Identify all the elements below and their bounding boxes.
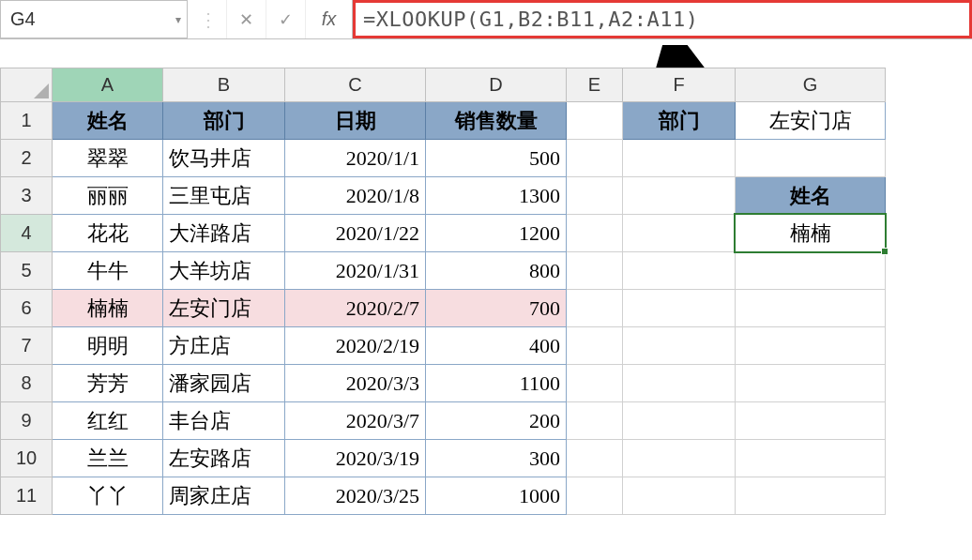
cell[interactable] xyxy=(736,477,886,515)
cell[interactable]: 周家庄店 xyxy=(163,477,285,515)
cell[interactable]: 2020/2/19 xyxy=(285,327,426,365)
cell[interactable] xyxy=(736,252,886,290)
cell[interactable]: 2020/3/19 xyxy=(285,440,426,477)
cell[interactable]: 2020/1/1 xyxy=(285,140,426,177)
cell[interactable]: 大洋路店 xyxy=(163,215,285,252)
row-header[interactable]: 9 xyxy=(1,402,53,440)
cell[interactable] xyxy=(623,252,736,290)
fx-icon[interactable]: fx xyxy=(306,0,353,38)
cell[interactable] xyxy=(623,365,736,402)
cell[interactable]: 兰兰 xyxy=(53,440,163,477)
cell[interactable]: 丫丫 xyxy=(53,477,163,515)
row-header[interactable]: 3 xyxy=(1,177,53,215)
formula-input[interactable]: =XLOOKUP(G1,B2:B11,A2:A11) xyxy=(353,0,972,38)
cell[interactable]: 饮马井店 xyxy=(163,140,285,177)
cell[interactable] xyxy=(567,365,623,402)
cell[interactable]: 姓名 xyxy=(736,177,886,215)
cell[interactable]: 大羊坊店 xyxy=(163,252,285,290)
cell[interactable]: 2020/1/31 xyxy=(285,252,426,290)
cell[interactable]: 左安路店 xyxy=(163,440,285,477)
cell[interactable] xyxy=(567,215,623,252)
cell[interactable] xyxy=(736,290,886,327)
col-header-E[interactable]: E xyxy=(567,68,623,102)
cell[interactable]: 700 xyxy=(426,290,567,327)
name-box[interactable]: G4 ▾ xyxy=(0,0,188,38)
cell[interactable]: 明明 xyxy=(53,327,163,365)
cell[interactable]: 部门 xyxy=(163,102,285,140)
col-header-G[interactable]: G xyxy=(736,68,886,102)
cell[interactable]: 日期 xyxy=(285,102,426,140)
cell[interactable] xyxy=(736,365,886,402)
cell[interactable]: 三里屯店 xyxy=(163,177,285,215)
cell[interactable]: 左安门店 xyxy=(736,102,886,140)
cell[interactable] xyxy=(567,440,623,477)
row-header[interactable]: 1 xyxy=(1,102,53,140)
cell[interactable]: 部门 xyxy=(623,102,736,140)
cell[interactable]: 400 xyxy=(426,327,567,365)
col-header-F[interactable]: F xyxy=(623,68,736,102)
cell[interactable]: 姓名 xyxy=(53,102,163,140)
cell[interactable]: 楠楠 xyxy=(53,290,163,327)
cell[interactable]: 左安门店 xyxy=(163,290,285,327)
cell[interactable] xyxy=(567,477,623,515)
cell[interactable]: 2020/3/7 xyxy=(285,402,426,440)
cell[interactable] xyxy=(623,215,736,252)
row-header[interactable]: 5 xyxy=(1,252,53,290)
cell[interactable] xyxy=(623,177,736,215)
cell[interactable]: 丽丽 xyxy=(53,177,163,215)
accept-icon[interactable]: ✓ xyxy=(266,0,306,38)
cell[interactable] xyxy=(567,102,623,140)
cell[interactable] xyxy=(736,440,886,477)
cell[interactable] xyxy=(567,327,623,365)
cell[interactable] xyxy=(567,177,623,215)
cell[interactable] xyxy=(736,402,886,440)
col-header-D[interactable]: D xyxy=(426,68,567,102)
cancel-icon[interactable]: ✕ xyxy=(227,0,266,38)
cell[interactable]: 2020/2/7 xyxy=(285,290,426,327)
col-header-A[interactable]: A xyxy=(53,68,163,102)
cell[interactable]: 1200 xyxy=(426,215,567,252)
cell[interactable] xyxy=(736,327,886,365)
cell[interactable] xyxy=(623,477,736,515)
cell[interactable] xyxy=(623,440,736,477)
cell[interactable] xyxy=(567,140,623,177)
col-header-B[interactable]: B xyxy=(163,68,285,102)
cell[interactable]: 2020/3/25 xyxy=(285,477,426,515)
cell[interactable]: 花花 xyxy=(53,215,163,252)
spreadsheet-grid[interactable]: A B C D E F G 1姓名部门日期销售数量部门左安门店2翠翠饮马井店20… xyxy=(0,68,886,515)
cell[interactable]: 500 xyxy=(426,140,567,177)
cell[interactable]: 2020/1/22 xyxy=(285,215,426,252)
cell[interactable] xyxy=(567,402,623,440)
row-header[interactable]: 6 xyxy=(1,290,53,327)
cell[interactable] xyxy=(567,252,623,290)
cell[interactable]: 2020/1/8 xyxy=(285,177,426,215)
cell[interactable] xyxy=(623,290,736,327)
cell[interactable]: 200 xyxy=(426,402,567,440)
more-icon[interactable]: ⋮ xyxy=(188,0,227,38)
cell[interactable]: 牛牛 xyxy=(53,252,163,290)
select-all-corner[interactable] xyxy=(1,68,53,102)
cell[interactable]: 翠翠 xyxy=(53,140,163,177)
cell[interactable] xyxy=(623,327,736,365)
cell[interactable] xyxy=(623,140,736,177)
row-header[interactable]: 8 xyxy=(1,365,53,402)
row-header[interactable]: 4 xyxy=(1,215,53,252)
cell[interactable]: 1300 xyxy=(426,177,567,215)
row-header[interactable]: 7 xyxy=(1,327,53,365)
chevron-down-icon[interactable]: ▾ xyxy=(175,13,181,26)
cell[interactable]: 芳芳 xyxy=(53,365,163,402)
cell[interactable]: 红红 xyxy=(53,402,163,440)
cell[interactable]: 800 xyxy=(426,252,567,290)
cell[interactable]: 2020/3/3 xyxy=(285,365,426,402)
cell[interactable]: 丰台店 xyxy=(163,402,285,440)
cell[interactable]: 1000 xyxy=(426,477,567,515)
cell[interactable]: 潘家园店 xyxy=(163,365,285,402)
row-header[interactable]: 11 xyxy=(1,477,53,515)
cell[interactable] xyxy=(736,140,886,177)
col-header-C[interactable]: C xyxy=(285,68,426,102)
cell[interactable] xyxy=(567,290,623,327)
cell[interactable]: 方庄店 xyxy=(163,327,285,365)
cell[interactable] xyxy=(623,402,736,440)
row-header[interactable]: 2 xyxy=(1,140,53,177)
fill-handle[interactable] xyxy=(881,248,888,255)
